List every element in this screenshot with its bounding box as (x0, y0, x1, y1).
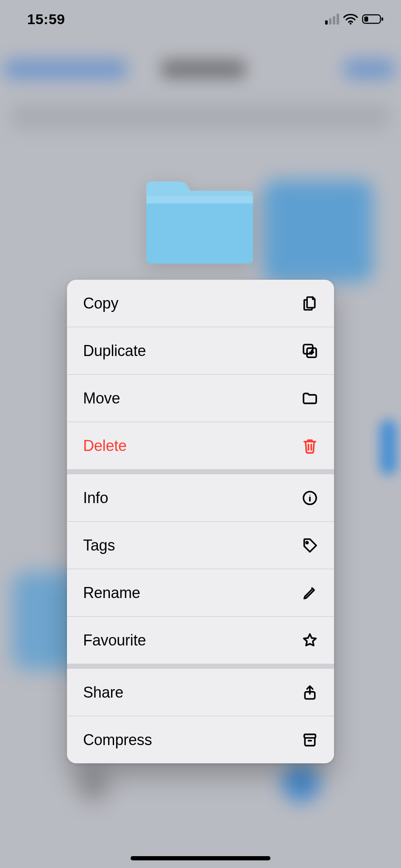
blurred-chip (380, 420, 397, 475)
svg-point-0 (350, 22, 352, 25)
blurred-search-field (11, 104, 390, 129)
wifi-icon (343, 14, 358, 25)
menu-item-copy[interactable]: Copy (67, 280, 334, 327)
menu-label: Tags (83, 537, 301, 554)
menu-item-duplicate[interactable]: Duplicate (67, 327, 334, 374)
menu-item-share[interactable]: Share (67, 669, 334, 716)
svg-rect-4 (146, 196, 253, 264)
menu-separator (67, 664, 334, 669)
blurred-folder-right (263, 180, 373, 282)
home-indicator (131, 856, 270, 860)
tag-icon (301, 536, 319, 555)
share-icon (301, 683, 319, 702)
menu-label: Move (83, 389, 301, 407)
svg-rect-2 (365, 17, 368, 22)
blurred-tab-icon (282, 764, 320, 802)
menu-label: Duplicate (83, 342, 301, 360)
context-menu: Copy Duplicate Move Delete Info Tags (67, 280, 334, 763)
trash-icon (301, 437, 319, 455)
cell-signal-icon (325, 14, 339, 25)
blurred-select-button (344, 59, 395, 79)
duplicate-icon (301, 342, 319, 360)
archive-icon (301, 731, 319, 749)
blurred-back-button (4, 59, 127, 79)
copy-icon (301, 294, 319, 313)
star-icon (301, 631, 319, 650)
status-time: 15:59 (27, 11, 65, 28)
menu-item-tags[interactable]: Tags (67, 521, 334, 569)
info-icon (301, 489, 319, 507)
blurred-title (161, 59, 246, 79)
menu-separator (67, 469, 334, 474)
svg-point-10 (306, 542, 308, 544)
menu-label: Info (83, 489, 301, 507)
status-bar: 15:59 (0, 0, 401, 38)
menu-label: Copy (83, 295, 301, 312)
menu-label: Delete (83, 437, 301, 455)
menu-label: Share (83, 684, 301, 701)
svg-point-9 (309, 495, 310, 495)
svg-rect-5 (146, 196, 253, 203)
menu-item-delete[interactable]: Delete (67, 422, 334, 469)
svg-rect-12 (304, 734, 316, 737)
folder-icon (301, 389, 319, 408)
menu-label: Rename (83, 584, 301, 602)
status-right (325, 14, 384, 25)
pencil-icon (301, 584, 319, 602)
battery-icon (362, 14, 384, 25)
svg-rect-3 (382, 17, 383, 21)
folder-preview (143, 177, 256, 266)
menu-label: Favourite (83, 632, 301, 649)
menu-item-move[interactable]: Move (67, 374, 334, 422)
blurred-tab-icon-2 (76, 768, 110, 802)
menu-item-info[interactable]: Info (67, 474, 334, 521)
menu-item-rename[interactable]: Rename (67, 569, 334, 616)
menu-item-favourite[interactable]: Favourite (67, 616, 334, 664)
menu-item-compress[interactable]: Compress (67, 716, 334, 763)
menu-label: Compress (83, 731, 301, 749)
